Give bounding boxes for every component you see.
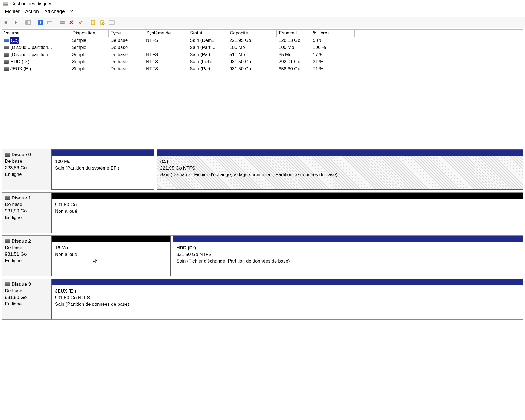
volume-cell-status: Sain (Dém... bbox=[188, 37, 227, 44]
volume-icon bbox=[4, 53, 9, 57]
volume-cell-cap: 931,50 Go bbox=[227, 65, 276, 72]
apply-button[interactable] bbox=[77, 19, 84, 26]
disk-partitions: JEUX (E:)931,50 Go NTFSSain (Partition d… bbox=[51, 279, 523, 319]
partition-size: 221,95 Go NTFS bbox=[160, 165, 520, 171]
menu-action[interactable]: Action bbox=[25, 9, 39, 14]
col-pct-free[interactable]: % libres bbox=[311, 29, 354, 37]
toolbar-separator bbox=[34, 19, 34, 26]
partition-body: 100 MoSain (Partition du système EFI) bbox=[52, 156, 154, 189]
partition-body: (C:)221,95 Go NTFSSain (Démarrer, Fichie… bbox=[157, 156, 523, 189]
partition[interactable]: (C:)221,95 Go NTFSSain (Démarrer, Fichie… bbox=[157, 149, 523, 190]
volume-cell-fs: NTFS bbox=[144, 58, 188, 65]
volume-list[interactable]: (C:)SimpleDe baseNTFSSain (Dém...221,95 … bbox=[2, 37, 523, 72]
partition[interactable]: 931,50 GoNon alloué bbox=[51, 192, 523, 233]
disk-row: Disque 3De base931,50 GoEn ligneJEUX (E:… bbox=[2, 279, 523, 320]
volume-name: (Disque 0 partition... bbox=[10, 51, 52, 58]
volume-cell-free: 128,13 Go bbox=[276, 37, 311, 44]
volume-cell-type: De base bbox=[108, 58, 144, 65]
disk-label[interactable]: Disque 3De base931,50 GoEn ligne bbox=[2, 279, 51, 319]
settings-button[interactable] bbox=[46, 19, 54, 26]
volume-row[interactable]: JEUX (E:)SimpleDe baseNTFSSain (Parti...… bbox=[2, 65, 523, 72]
partition-title: JEUX (E:) bbox=[55, 288, 519, 294]
volume-cell-disp: Simple bbox=[70, 58, 108, 65]
partition-status: Non alloué bbox=[55, 251, 167, 258]
properties-button[interactable] bbox=[98, 19, 106, 26]
partition-title: HDD (D:) bbox=[176, 245, 519, 251]
svg-rect-4 bbox=[26, 21, 28, 24]
toolbar-separator bbox=[56, 19, 56, 26]
show-hide-button[interactable] bbox=[24, 19, 32, 26]
menu-file[interactable]: Fichier bbox=[5, 9, 20, 14]
volume-name: (C:) bbox=[10, 37, 19, 44]
partition[interactable]: 100 MoSain (Partition du système EFI) bbox=[51, 149, 154, 190]
svg-text:?: ? bbox=[39, 20, 42, 25]
volume-cell-fs: NTFS bbox=[144, 37, 188, 44]
list-button[interactable] bbox=[108, 19, 115, 26]
volume-icon bbox=[4, 67, 9, 71]
partition[interactable]: HDD (D:)931,50 Go NTFSSain (Fichier d'éc… bbox=[173, 236, 523, 276]
partition-status: Sain (Partition du système EFI) bbox=[55, 165, 151, 171]
volume-cell-type: De base bbox=[108, 37, 144, 44]
volume-cell-disp: Simple bbox=[70, 37, 108, 44]
partition-size: 931,50 Go NTFS bbox=[176, 251, 519, 258]
partition-bar bbox=[52, 193, 523, 199]
volume-row[interactable]: (Disque 0 partition...SimpleDe baseNTFSS… bbox=[2, 51, 523, 58]
col-free[interactable]: Espace li... bbox=[276, 29, 311, 37]
disk-size: 931,51 Go bbox=[5, 251, 48, 258]
partition-size: 931,50 Go bbox=[55, 202, 519, 208]
partition-status: Sain (Fichier d'échange, Partition de do… bbox=[176, 258, 519, 264]
partition[interactable]: JEUX (E:)931,50 Go NTFSSain (Partition d… bbox=[51, 279, 523, 319]
partition-body: JEUX (E:)931,50 Go NTFSSain (Partition d… bbox=[52, 285, 523, 319]
volume-cell-pct: 58 % bbox=[311, 37, 354, 44]
help-button[interactable]: ? bbox=[37, 19, 44, 26]
disk-label[interactable]: Disque 2De base931,51 GoEn ligne bbox=[2, 236, 51, 276]
volume-cell-disp: Simple bbox=[70, 44, 108, 51]
volume-row[interactable]: (C:)SimpleDe baseNTFSSain (Dém...221,95 … bbox=[2, 37, 523, 44]
volume-name: JEUX (E:) bbox=[10, 65, 31, 72]
volume-cell-pct: 31 % bbox=[311, 58, 354, 65]
disk-name: Disque 1 bbox=[11, 195, 31, 201]
partition-size: 100 Mo bbox=[55, 158, 151, 165]
toolbar: ? ✕ bbox=[0, 17, 525, 28]
disk-label[interactable]: Disque 1De base931,50 GoEn ligne bbox=[2, 192, 51, 233]
col-capacity[interactable]: Capacité bbox=[227, 29, 276, 37]
col-filesystem[interactable]: Système de ... bbox=[144, 29, 188, 37]
forward-button[interactable] bbox=[12, 19, 20, 26]
partition-status: Sain (Démarrer, Fichier d'échange, Vidag… bbox=[160, 171, 520, 178]
disk-row: Disque 1De base931,50 GoEn ligne931,50 G… bbox=[2, 192, 523, 233]
volume-list-header: Volume Disposition Type Système de ... S… bbox=[2, 29, 523, 37]
col-type[interactable]: Type bbox=[108, 29, 144, 37]
window-title: Gestion des disques bbox=[10, 1, 52, 7]
partition-body: HDD (D:)931,50 Go NTFSSain (Fichier d'éc… bbox=[173, 242, 523, 276]
rescan-button[interactable] bbox=[58, 19, 66, 26]
toolbar-separator bbox=[87, 19, 87, 26]
col-disposition[interactable]: Disposition bbox=[70, 29, 108, 37]
toolbar-separator bbox=[22, 19, 22, 26]
disk-type: De base bbox=[5, 288, 48, 294]
col-status[interactable]: Statut bbox=[188, 29, 227, 37]
new-button[interactable] bbox=[89, 19, 97, 26]
back-button[interactable] bbox=[3, 19, 10, 26]
menu-view[interactable]: Affichage bbox=[44, 9, 65, 14]
volume-icon bbox=[4, 39, 9, 42]
volume-cell-free: 292,01 Go bbox=[276, 58, 311, 65]
volume-cell-type: De base bbox=[108, 65, 144, 72]
col-volume[interactable]: Volume bbox=[2, 29, 70, 37]
disk-size: 931,50 Go bbox=[5, 294, 48, 301]
volume-row[interactable]: (Disque 0 partition...SimpleDe baseSain … bbox=[2, 44, 523, 51]
delete-button[interactable]: ✕ bbox=[68, 19, 75, 26]
volume-row[interactable]: HDD (D:)SimpleDe baseNTFSSain (Fichi...9… bbox=[2, 58, 523, 65]
disk-icon bbox=[5, 196, 10, 200]
disk-row: Disque 0De base223,56 GoEn ligne100 MoSa… bbox=[2, 149, 523, 190]
col-filler bbox=[354, 29, 523, 37]
disk-icon bbox=[5, 239, 10, 243]
menu-help[interactable]: ? bbox=[70, 9, 73, 14]
disk-label[interactable]: Disque 0De base223,56 GoEn ligne bbox=[2, 149, 51, 190]
partition[interactable]: 16 MoNon alloué bbox=[51, 236, 171, 276]
volume-cell-cap: 221,95 Go bbox=[227, 37, 276, 44]
disk-type: De base bbox=[5, 244, 48, 251]
svg-rect-11 bbox=[91, 20, 95, 25]
volume-cell-status: Sain (Parti... bbox=[188, 44, 227, 51]
disk-name: Disque 0 bbox=[11, 151, 31, 158]
volume-cell-disp: Simple bbox=[70, 51, 108, 58]
